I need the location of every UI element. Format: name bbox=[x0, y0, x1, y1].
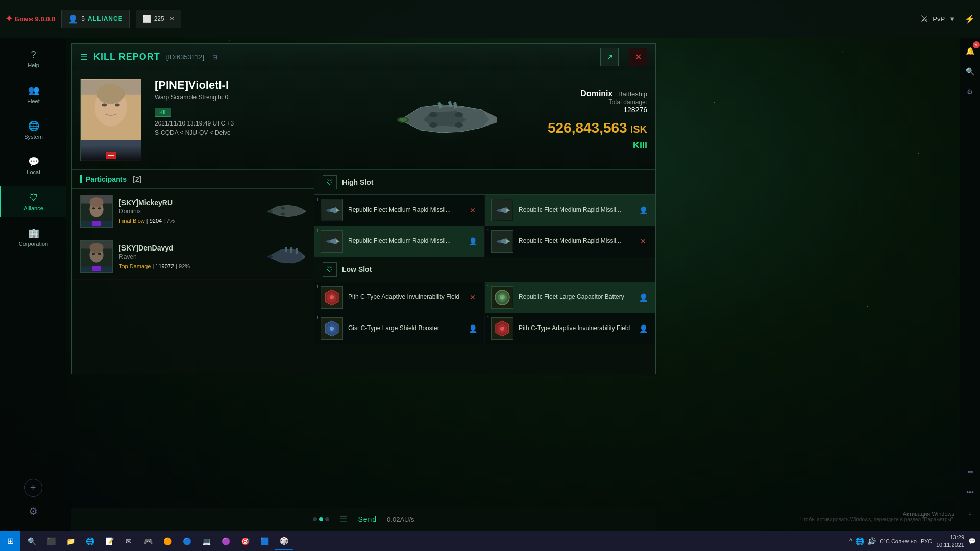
high-slot-1-action[interactable]: ✕ bbox=[467, 205, 478, 216]
page-tab-2[interactable] bbox=[319, 517, 323, 521]
slot-num-3: 1 bbox=[316, 228, 319, 233]
window-close-button[interactable]: ✕ bbox=[629, 48, 647, 66]
low-slot-2-action[interactable]: 👤 bbox=[638, 292, 649, 303]
close-button[interactable]: ✕ bbox=[169, 15, 175, 22]
sidebar-item-corporation[interactable]: 🏢 Corporation bbox=[0, 222, 66, 253]
alliance-count: 5 bbox=[81, 15, 85, 22]
language-display: РУС bbox=[921, 538, 932, 544]
page-tab-3[interactable] bbox=[325, 517, 329, 521]
high-slot-item-2[interactable]: 1 Republic Fleet Medium Rapid Missil... … bbox=[485, 195, 655, 226]
participant-item-1[interactable]: [SKY]MickeyRU Dominix Final Blow | 9204 … bbox=[72, 189, 314, 234]
taskbar-app6[interactable]: 🎯 bbox=[236, 532, 254, 550]
right-settings[interactable]: ⚙ bbox=[963, 84, 978, 99]
export-icon: ↗ bbox=[606, 52, 613, 62]
kill-report-id: [ID:6353112] bbox=[166, 53, 204, 61]
taskbar-search[interactable]: 🔍 bbox=[22, 532, 41, 550]
total-damage-label: Total damage: bbox=[531, 98, 647, 106]
taskbar-app8[interactable]: 🎲 bbox=[275, 532, 293, 550]
low-slot-num-4: 1 bbox=[487, 315, 489, 320]
settings-button[interactable]: ⚙ bbox=[24, 502, 42, 520]
participant-1-ship-icon bbox=[265, 198, 306, 224]
participant-item-2[interactable]: [SKY]DenDavyd Raven Top Damage | 119072 … bbox=[72, 234, 314, 280]
taskbar-app1[interactable]: 🎮 bbox=[139, 532, 157, 550]
low-slot-item-4[interactable]: 1 Pith C-Type Adaptive Invulnerability F… bbox=[485, 313, 655, 344]
bell-icon: 🔔 bbox=[966, 47, 974, 55]
taskbar-chrome[interactable]: 🌐 bbox=[81, 532, 99, 550]
taskbar-app3[interactable]: 🔵 bbox=[178, 532, 196, 550]
pvp-dropdown[interactable]: ▼ bbox=[949, 15, 955, 23]
slots-section[interactable]: ⬜ 225 ✕ bbox=[136, 10, 181, 28]
bottom-menu-icon[interactable]: ☰ bbox=[339, 514, 348, 525]
svg-point-29 bbox=[92, 207, 95, 209]
right-panel: 🔔 5 🔍 ⚙ ⇐ ••• ↕ bbox=[960, 38, 980, 531]
svg-point-35 bbox=[281, 207, 285, 210]
pvp-icon: ⚔ bbox=[920, 13, 928, 24]
low-slot-item-3[interactable]: 1 Gist C-Type Large Shield Booster 👤 bbox=[314, 313, 485, 344]
taskbar-explorer[interactable]: 📁 bbox=[61, 532, 80, 550]
high-slot-2-action[interactable]: 👤 bbox=[638, 205, 649, 216]
kill-result: Kill bbox=[531, 140, 647, 151]
right-info[interactable]: ⇐ bbox=[963, 464, 978, 480]
sidebar-item-fleet[interactable]: 👥 Fleet bbox=[0, 79, 66, 110]
svg-point-51 bbox=[498, 209, 501, 212]
sidebar-local-label: Local bbox=[27, 169, 40, 176]
low-slot-1-name: Pith C-Type Adaptive Invulnerability Fie… bbox=[348, 293, 462, 302]
isk-value: 526,843,563 bbox=[548, 120, 627, 136]
add-channel-button[interactable]: + bbox=[24, 479, 42, 497]
low-slot-1-action[interactable]: ✕ bbox=[467, 292, 478, 303]
sidebar-item-local[interactable]: 💬 Local bbox=[0, 151, 66, 181]
right-extra[interactable]: ↕ bbox=[963, 505, 978, 520]
taskbar-app7[interactable]: 🟦 bbox=[255, 532, 274, 550]
high-slot-3-action[interactable]: 👤 bbox=[467, 236, 478, 247]
right-notifications[interactable]: 🔔 5 bbox=[963, 43, 978, 59]
filter-icon[interactable]: ⚡ bbox=[965, 14, 975, 24]
taskbar-app4[interactable]: 💻 bbox=[197, 532, 215, 550]
svg-point-21 bbox=[455, 122, 463, 128]
menu-icon[interactable]: ☰ bbox=[80, 52, 87, 62]
taskbar-mail[interactable]: ✉ bbox=[119, 532, 138, 550]
local-icon: 💬 bbox=[28, 156, 39, 167]
taskbar-right: ^ 🌐 🔊 0°C Солнечно РУС 13:29 10.11.2021 … bbox=[849, 534, 980, 548]
low-slot-2-name: Republic Fleet Large Capacitor Battery bbox=[519, 293, 632, 302]
taskbar-clock[interactable]: 13:29 10.11.2021 bbox=[936, 534, 964, 548]
tray-network[interactable]: 🌐 bbox=[855, 537, 864, 545]
high-slot-item-1[interactable]: 1 Republic Fleet Medium Rapid Missil... … bbox=[314, 195, 485, 226]
taskbar-app2[interactable]: 🟠 bbox=[158, 532, 177, 550]
send-button[interactable]: Send bbox=[358, 515, 377, 523]
taskbar-app5[interactable]: 🟣 bbox=[216, 532, 235, 550]
high-slot-item-4[interactable]: 1 Republic Fleet Medium Rapid Missil... … bbox=[485, 226, 655, 257]
high-slot-item-3[interactable]: 1 Republic Fleet Medium Rapid Missil... … bbox=[314, 226, 485, 257]
right-settings-icon: ⚙ bbox=[967, 88, 973, 96]
tray-volume[interactable]: 🔊 bbox=[867, 537, 876, 545]
low-slot-item-1[interactable]: 1 Pith C-Type Adaptive Invulnerability F… bbox=[314, 282, 485, 313]
taskbar-task-view[interactable]: ⬛ bbox=[42, 532, 60, 550]
high-slot-icon: 🛡 bbox=[323, 175, 337, 189]
right-dots[interactable]: ••• bbox=[963, 485, 978, 500]
sidebar-item-system[interactable]: 🌐 System bbox=[0, 115, 66, 145]
page-tab-1[interactable] bbox=[313, 517, 317, 521]
high-slot-header: 🛡 High Slot bbox=[314, 170, 655, 195]
taskbar-notepad[interactable]: 📝 bbox=[100, 532, 118, 550]
sidebar-item-alliance[interactable]: 🛡 Alliance bbox=[0, 186, 66, 217]
copy-icon[interactable]: ⊟ bbox=[212, 54, 217, 61]
invuln-icon-2 bbox=[492, 318, 512, 339]
notification-area[interactable]: 💬 bbox=[968, 538, 976, 545]
high-slot-4-action[interactable]: ✕ bbox=[638, 236, 649, 247]
start-button[interactable]: ⊞ bbox=[0, 531, 20, 552]
sidebar-item-help[interactable]: ? Help bbox=[0, 43, 66, 74]
svg-point-53 bbox=[327, 240, 330, 243]
high-slot-4-name: Republic Fleet Medium Rapid Missil... bbox=[519, 237, 632, 245]
tray-arrow[interactable]: ^ bbox=[849, 537, 853, 545]
export-button[interactable]: ↗ bbox=[600, 48, 619, 66]
high-slot-2-name: Republic Fleet Medium Rapid Missil... bbox=[519, 206, 632, 214]
low-slot-item-2[interactable]: 1 + Republic Fleet Large Capacitor Batte… bbox=[485, 282, 655, 313]
participant-1-name: [SKY]MickeyRU bbox=[119, 198, 259, 207]
low-slot-4-action[interactable]: 👤 bbox=[638, 323, 649, 334]
participant-1-stats: Final Blow | 9204 | 7% bbox=[119, 218, 259, 224]
avatar-face bbox=[81, 79, 141, 161]
participant-2-damage: 119072 bbox=[155, 263, 174, 269]
right-search[interactable]: 🔍 bbox=[963, 64, 978, 79]
alliance-section[interactable]: 👤 5 ALLIANCE bbox=[61, 10, 129, 28]
dominix-ship-svg bbox=[390, 87, 502, 153]
low-slot-3-action[interactable]: 👤 bbox=[467, 323, 478, 334]
